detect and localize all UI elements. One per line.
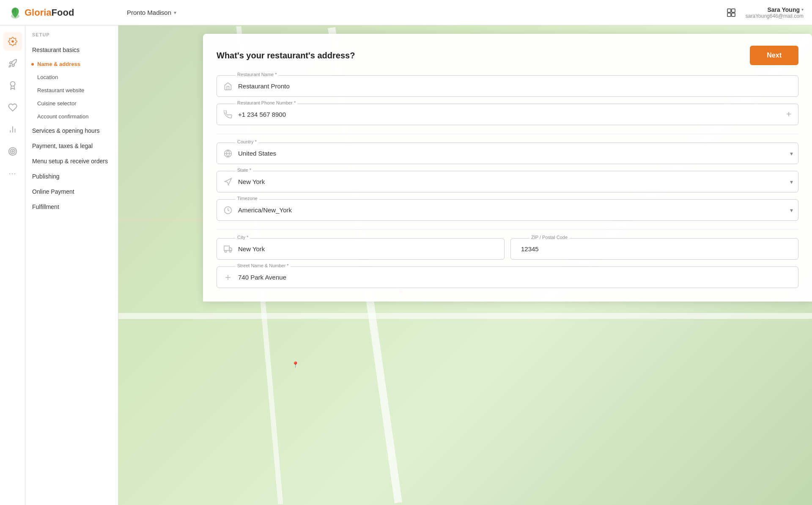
zip-input[interactable]: [516, 239, 793, 259]
main-layout: ··· SETUP Restaurant basics Name & addre…: [0, 25, 812, 505]
restaurant-dropdown-chevron: ▾: [174, 10, 176, 16]
sidebar-item-publishing[interactable]: Publishing: [25, 169, 118, 184]
header: GloriaFood Pronto Madison ▾ Sara Young ▾…: [0, 0, 812, 25]
sidebar-item-payment-taxes[interactable]: Payment, taxes & legal: [25, 138, 118, 154]
sidebar-item-name-address[interactable]: Name & address: [25, 58, 118, 71]
city-input[interactable]: [238, 239, 499, 259]
sidebar-icon-rocket[interactable]: [3, 54, 22, 73]
svg-point-19: [229, 250, 231, 252]
sidebar-icon-setup[interactable]: [3, 32, 22, 51]
svg-rect-3: [727, 13, 731, 16]
city-zip-row: City * ZIP / Postal Code: [217, 238, 798, 260]
sidebar-section-label: SETUP: [25, 32, 118, 42]
svg-point-11: [12, 151, 14, 152]
sidebar-item-restaurant-website[interactable]: Restaurant website: [25, 84, 118, 97]
svg-point-10: [10, 149, 15, 154]
form-header: What's your restaurant's address? Next: [217, 46, 798, 65]
street-field: Street Name & Number *: [217, 266, 798, 288]
svg-marker-17: [229, 247, 232, 250]
form-divider-2: [217, 229, 798, 230]
svg-point-18: [225, 250, 227, 252]
street-icon: [222, 272, 234, 283]
country-icon: [222, 148, 234, 159]
user-profile[interactable]: Sara Young ▾ saraYoung646@mail.com: [746, 6, 804, 19]
header-right: Sara Young ▾ saraYoung646@mail.com: [715, 5, 812, 20]
state-label: State *: [236, 167, 253, 173]
timezone-select[interactable]: America/New_York America/Chicago America…: [238, 200, 790, 220]
city-field: City *: [217, 238, 505, 260]
city-icon: [222, 243, 234, 255]
state-select[interactable]: New York California Texas: [238, 171, 790, 192]
street-input[interactable]: [238, 267, 793, 288]
timezone-chevron: ▾: [790, 207, 793, 214]
sidebar-item-location[interactable]: Location: [25, 71, 118, 84]
form-overlay: What's your restaurant's address? Next R…: [203, 34, 812, 302]
sidebar-item-cuisine-selector[interactable]: Cuisine selector: [25, 97, 118, 110]
nav-sidebar: SETUP Restaurant basics Name & address L…: [25, 25, 118, 505]
sidebar-icon-trophy[interactable]: [3, 76, 22, 95]
sidebar-item-online-payment[interactable]: Online Payment: [25, 184, 118, 199]
sidebar-item-restaurant-basics[interactable]: Restaurant basics: [25, 42, 118, 58]
state-chevron: ▾: [790, 178, 793, 185]
state-field: State * New York California Texas ▾: [217, 171, 798, 192]
phone-field: Restaurant Phone Number * +: [217, 104, 798, 125]
sidebar-icon-analytics[interactable]: [3, 120, 22, 139]
timezone-field: Timezone America/New_York America/Chicag…: [217, 199, 798, 221]
form-divider-1: [217, 134, 798, 134]
form-title: What's your restaurant's address?: [217, 51, 355, 60]
restaurant-name-icon: [222, 80, 234, 92]
svg-point-5: [10, 82, 15, 86]
sidebar-item-services-opening-hours[interactable]: Services & opening hours: [25, 123, 118, 138]
sidebar-item-fulfillment[interactable]: Fulfillment: [25, 199, 118, 214]
sidebar-icon-heart[interactable]: [3, 98, 22, 117]
user-dropdown-chevron: ▾: [801, 7, 804, 12]
phone-label: Restaurant Phone Number *: [236, 100, 297, 105]
svg-rect-1: [727, 9, 731, 12]
add-phone-icon[interactable]: +: [785, 108, 793, 121]
city-label: City *: [236, 235, 250, 240]
state-icon: [222, 176, 234, 188]
user-email: saraYoung646@mail.com: [746, 13, 804, 19]
phone-icon: [222, 109, 234, 121]
logo-area: GloriaFood: [0, 6, 118, 19]
zip-label: ZIP / Postal Code: [529, 235, 569, 240]
phone-input[interactable]: [238, 104, 785, 125]
restaurant-name-label: Restaurant Name *: [236, 72, 279, 77]
icon-sidebar: ···: [0, 25, 25, 505]
sidebar-item-account-confirmation[interactable]: Account confirmation: [25, 110, 118, 123]
zip-field: ZIP / Postal Code: [510, 238, 798, 260]
restaurant-name-field: Restaurant Name *: [217, 75, 798, 97]
svg-rect-2: [732, 9, 735, 12]
logo-icon: [8, 6, 22, 19]
svg-rect-16: [224, 246, 230, 250]
user-name: Sara Young ▾: [767, 6, 804, 13]
sidebar-item-menu-setup[interactable]: Menu setup & receive orders: [25, 154, 118, 169]
restaurant-selector[interactable]: Pronto Madison ▾: [118, 9, 715, 16]
next-button[interactable]: Next: [750, 46, 798, 65]
country-label: Country *: [236, 139, 258, 144]
svg-marker-14: [225, 178, 232, 185]
country-chevron: ▾: [790, 150, 793, 157]
timezone-icon: [222, 204, 234, 216]
sidebar-icon-more[interactable]: ···: [3, 164, 22, 183]
country-select[interactable]: United States Canada United Kingdom: [238, 143, 790, 164]
logo-text: GloriaFood: [25, 7, 74, 18]
street-label: Street Name & Number *: [236, 263, 291, 268]
timezone-label: Timezone: [236, 196, 259, 201]
restaurant-name-input[interactable]: [238, 76, 793, 96]
notification-icon[interactable]: [724, 5, 739, 20]
user-info: Sara Young ▾ saraYoung646@mail.com: [746, 6, 804, 19]
svg-rect-4: [732, 13, 735, 16]
sidebar-icon-target[interactable]: [3, 142, 22, 161]
country-field: Country * United States Canada United Ki…: [217, 143, 798, 164]
content-area: 📍 📍 📍 What's your restaurant's address? …: [118, 25, 812, 505]
